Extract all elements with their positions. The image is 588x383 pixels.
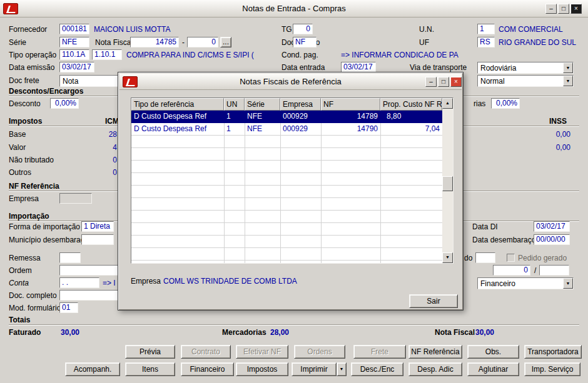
scroll-up-icon[interactable]: ▲ [442,98,453,109]
fornecedor-code-field[interactable]: 000181 [59,24,89,34]
imprimir-dropdown-icon[interactable]: ▼ [337,362,347,376]
tipo-operacao-code1-field[interactable]: 110.1A [59,49,89,60]
nota-fiscal-sub-field[interactable]: 0 [187,37,218,47]
forma-importacao-field[interactable]: 1 Direta [81,221,114,232]
dialog-minimize-icon[interactable]: – [425,77,437,87]
imp-servico-button[interactable]: Imp. Serviço [524,362,580,376]
nota-fiscal-field[interactable]: 14785 [130,37,179,47]
conta-field[interactable]: . . [59,277,99,288]
serie-field[interactable]: NFE [59,37,89,47]
data-di-field[interactable]: 03/02/17 [534,221,570,232]
imprimir-button[interactable]: Imprimir [291,362,337,376]
desc-enc-button[interactable]: Desc./Enc [351,362,403,376]
remessa-field[interactable] [59,252,81,263]
via-transporte-combo[interactable]: Rodoviária ▼ [477,62,574,74]
vertical-scrollbar[interactable]: ▲ ▼ [442,98,453,263]
dialog-close-icon[interactable]: × [450,77,462,87]
col-header-un[interactable]: UN [224,98,245,111]
pedido-sequencia-field[interactable] [539,265,569,276]
frete-modalidade-combo[interactable]: Normal ▼ [477,75,574,87]
chevron-down-icon[interactable]: ▼ [563,62,573,73]
desconto-label: Desconto [9,99,41,108]
via-transporte-value: Rodoviária [480,64,516,72]
data-emissao-label: Data emissão [9,63,54,72]
table-row[interactable]: D Custo Despesa Ref 1 NFE 000929 14790 7… [131,123,442,136]
tipo-operacao-desc: COMPRA PARA IND C/ICMS E S/IPI ( [126,51,254,59]
itens-button[interactable]: Itens [125,362,175,376]
pedido-slash: / [534,266,536,275]
data-di-label: Data DI [472,222,498,231]
doc-frete-value: Nota [63,77,78,86]
cell-empresa: 000929 [280,111,321,123]
pedido-gerado-checkbox[interactable] [507,254,515,262]
minimize-icon[interactable]: – [545,4,557,14]
col-header-prop-custo[interactable]: Prop. Custo NF Ref. [380,98,442,111]
financeiro-combo[interactable]: Financeiro ▼ [477,277,574,289]
municipio-desembaraco-field[interactable] [81,234,114,245]
table-row[interactable]: D Custo Despesa Ref 1 NFE 000929 14789 8… [131,111,442,123]
financeiro-combo-value: Financeiro [480,279,515,288]
cell-nf: 14789 [321,111,380,123]
doc-completo-label: Doc. completo [9,291,57,300]
obs-button[interactable]: Obs. [467,345,519,359]
app-icon[interactable] [123,76,138,87]
col-header-empresa[interactable]: Empresa [280,98,321,111]
nota-fiscal-browse-button[interactable]: ... [220,37,231,47]
chevron-down-icon[interactable]: ▼ [563,278,573,289]
transportadora-button[interactable]: Transportadora [524,345,582,359]
dialog-maximize-icon[interactable]: □ [438,77,449,87]
acompanhamento-button[interactable]: Acompanh. [65,362,120,376]
cell-serie: NFE [245,111,280,123]
desp-adic-button[interactable]: Desp. Adic [408,362,462,376]
desconto-field[interactable]: 0,00% [50,98,79,109]
sair-button[interactable]: Sair [409,294,458,308]
impostos-button[interactable]: Impostos [236,362,288,376]
uf-code-field[interactable]: RS [477,37,495,47]
financeiro-button[interactable]: Financeiro [181,362,234,376]
tg-field[interactable]: 0 [293,24,313,34]
descontos-section-title: Descontos/Encargos [9,87,83,96]
un-code-field[interactable]: 1 [477,24,495,34]
scrollbar-thumb[interactable] [442,176,453,191]
ordem-field[interactable] [59,265,118,276]
nf-referencia-button[interactable]: NF Referência [408,345,462,359]
cell-prop-custo: 8,80 [380,111,442,123]
fornecedor-name: MAICON LUIS MOTTA [94,25,170,34]
despesas-field[interactable]: 0,00% [491,98,520,109]
mercadorias-value: 28,00 [270,328,289,337]
nota-fiscal-dash: - [182,38,185,47]
data-emissao-field[interactable]: 03/02/17 [59,62,94,72]
dialog-empresa-label: Empresa [131,277,161,286]
nf-referencia-dialog: Notas Fiscais de Referência – □ × Tipo d… [118,72,464,311]
conta-hint: => I [103,279,116,287]
col-header-tipo[interactable]: Tipo de referência [131,98,224,111]
documento-field[interactable]: NF [293,37,317,47]
data-entrada-field[interactable]: 03/02/17 [341,62,376,72]
pedido-numero-field[interactable]: 0 [493,265,530,276]
previa-button[interactable]: Prévia [125,345,175,359]
app-window: { "window": {"title": "Notas de Entrada … [0,0,588,383]
mod-formulario-field[interactable]: 01 [59,302,78,313]
aglutinar-button[interactable]: Aglutinar [467,362,519,376]
outros-label: Outros [9,168,31,177]
cell-empresa: 000929 [280,123,321,136]
faturado-value: 30,00 [61,328,79,337]
faturado-label: Faturado [9,328,41,337]
doc-completo-field[interactable] [59,290,118,301]
close-icon[interactable]: × [570,4,582,14]
tipo-operacao-code2-field[interactable]: 1.10.1 [92,49,122,60]
col-header-nf[interactable]: NF [321,98,380,111]
app-icon[interactable] [3,3,18,14]
via-transporte-label: Via de transporte [410,63,467,72]
chevron-down-icon[interactable]: ▼ [563,76,573,86]
scroll-down-icon[interactable]: ▼ [442,252,453,263]
un-label: U.N. [419,25,434,34]
maximize-icon[interactable]: □ [558,4,569,14]
nf-referencia-section-title: NF Referência [9,182,59,191]
main-titlebar: Notas de Entrada - Compras – □ × [0,0,588,17]
pedido-field[interactable] [475,252,495,263]
data-desembaraco-field[interactable]: 00/00/00 [534,234,570,245]
cell-prop-custo: 7,04 [380,123,442,136]
col-header-serie[interactable]: Série [245,98,280,111]
referencia-table: Tipo de referência UN Série Empresa NF P… [131,97,454,264]
